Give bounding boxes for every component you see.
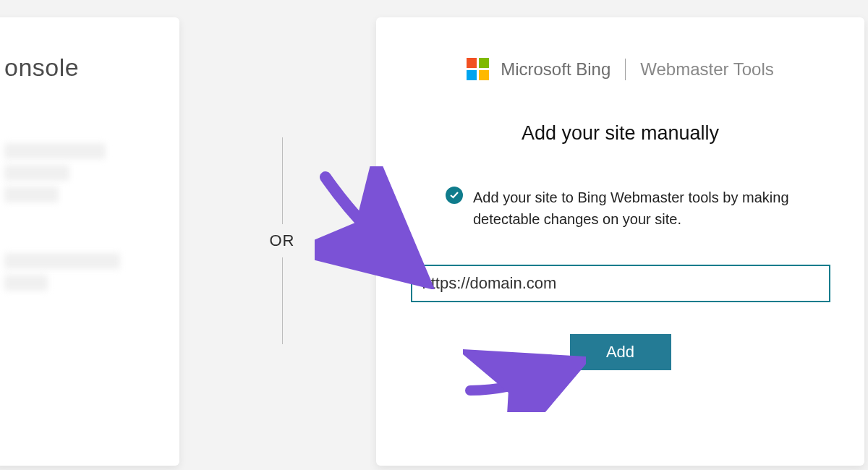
add-site-panel: Microsoft Bing Webmaster Tools Add your …: [376, 17, 864, 466]
blurred-line: [4, 187, 59, 202]
microsoft-logo-icon: [467, 58, 489, 80]
section-title: Add your site manually: [376, 122, 864, 145]
description-row: Add your site to Bing Webmaster tools by…: [446, 187, 821, 230]
brand-separator: [625, 59, 626, 80]
or-divider: OR: [260, 137, 304, 344]
site-url-input[interactable]: [411, 265, 830, 302]
brand-text-bing: Microsoft Bing: [501, 59, 610, 80]
blurred-content-group: [0, 143, 179, 202]
left-panel-search-console: onsole: [0, 17, 179, 466]
brand-header: Microsoft Bing Webmaster Tools: [376, 58, 864, 80]
blurred-content-group: [0, 253, 179, 291]
add-button[interactable]: Add: [570, 334, 671, 370]
divider-line-bottom: [282, 257, 283, 344]
blurred-line: [4, 143, 106, 159]
left-panel-title-fragment: onsole: [4, 54, 179, 82]
blurred-line: [4, 165, 69, 181]
brand-text-webmaster: Webmaster Tools: [640, 59, 774, 80]
checkmark-icon: [446, 187, 463, 204]
divider-line-top: [282, 137, 283, 224]
blurred-line: [4, 275, 48, 291]
or-label: OR: [270, 231, 295, 250]
blurred-line: [4, 253, 120, 269]
description-text: Add your site to Bing Webmaster tools by…: [473, 187, 821, 230]
